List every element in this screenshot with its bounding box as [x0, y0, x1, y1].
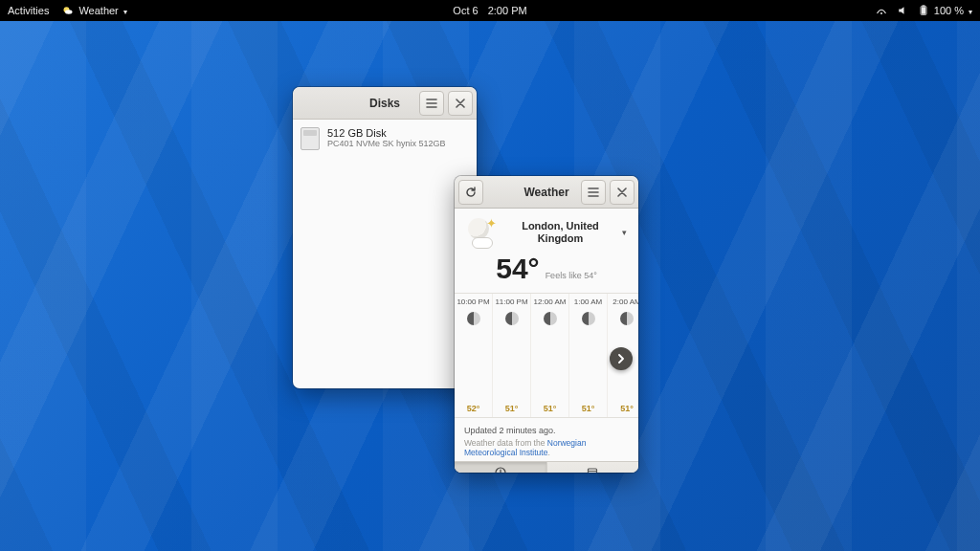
weather-headerbar[interactable]: Weather: [455, 176, 638, 209]
view-switcher: Hourly Daily: [455, 461, 638, 473]
moon-phase-icon: [544, 312, 557, 325]
weather-window: Weather ✦ London, United Kingdom ▾ 54° F…: [455, 176, 638, 473]
battery-indicator[interactable]: 100 % ▾: [918, 5, 972, 16]
hour-time: 11:00 PM: [495, 294, 527, 312]
volume-icon[interactable]: [897, 5, 908, 16]
hour-temp: 51°: [505, 404, 519, 417]
svg-point-2: [880, 12, 882, 14]
hour-time: 1:00 AM: [574, 294, 602, 312]
hourly-forecast: 10:00 PM52°11:00 PM51°12:00 AM51°1:00 AM…: [455, 293, 638, 417]
clock-icon: [495, 467, 506, 473]
hour-temp: 51°: [582, 404, 595, 417]
tab-hourly[interactable]: Hourly: [455, 462, 547, 473]
moon-phase-icon: [467, 312, 480, 325]
hour-column: 10:00 PM52°: [455, 294, 493, 417]
app-menu[interactable]: Weather ▾: [62, 5, 126, 16]
battery-icon: [918, 5, 929, 16]
hour-time: 2:00 AM: [612, 294, 638, 312]
temperature: 54°: [496, 253, 539, 285]
feels-like: Feels like 54°: [546, 271, 597, 280]
clock-date[interactable]: Oct 6: [453, 5, 478, 16]
hour-temp: 52°: [467, 404, 480, 417]
location-picker[interactable]: ▾: [622, 228, 627, 237]
hour-column: 1:00 AM51°: [569, 294, 608, 417]
updated-label: Updated 2 minutes ago.: [464, 426, 629, 435]
battery-label: 100 %: [934, 5, 964, 16]
hour-time: 10:00 PM: [457, 294, 489, 312]
tab-daily[interactable]: Daily: [547, 462, 639, 473]
hour-temp: 51°: [544, 404, 557, 417]
top-bar: Activities Weather ▾ Oct 6 2:00 PM 100 %…: [0, 0, 980, 21]
moon-phase-icon: [505, 312, 519, 325]
hour-temp: 51°: [620, 404, 634, 417]
activities-button[interactable]: Activities: [8, 5, 49, 16]
hour-column: 12:00 AM51°: [531, 294, 569, 417]
hamburger-menu-button[interactable]: [419, 91, 444, 116]
disk-row[interactable]: 512 GB Disk PC401 NVMe SK hynix 512GB: [293, 123, 477, 154]
hamburger-menu-button[interactable]: [581, 180, 606, 205]
scroll-next-button[interactable]: [610, 347, 633, 370]
close-button[interactable]: [448, 91, 473, 116]
hour-column: 11:00 PM51°: [493, 294, 531, 417]
chevron-down-icon: ▾: [123, 8, 127, 16]
disk-title: 512 GB Disk: [327, 127, 446, 139]
close-button[interactable]: [610, 180, 635, 205]
attribution-prefix: Weather data from the: [464, 438, 547, 448]
chevron-right-icon: [616, 354, 626, 364]
hamburger-icon: [588, 187, 599, 198]
close-icon: [456, 99, 465, 108]
refresh-button[interactable]: [458, 180, 483, 205]
current-conditions: ✦ London, United Kingdom ▾: [455, 209, 638, 253]
disks-list: 512 GB Disk PC401 NVMe SK hynix 512GB: [293, 120, 477, 158]
moon-phase-icon: [620, 312, 634, 325]
disk-subtitle: PC401 NVMe SK hynix 512GB: [327, 139, 446, 148]
location-name: London, United Kingdom: [506, 220, 614, 244]
svg-rect-5: [922, 5, 924, 6]
weather-app-icon: [62, 5, 74, 16]
refresh-icon: [465, 187, 477, 198]
hamburger-icon: [426, 98, 437, 109]
hour-time: 12:00 AM: [534, 294, 567, 312]
disks-window: Disks 512 GB Disk PC401 NVMe SK hynix 51…: [293, 87, 477, 388]
svg-point-1: [65, 10, 73, 14]
clock-time[interactable]: 2:00 PM: [488, 5, 527, 16]
moon-phase-icon: [582, 312, 595, 325]
calendar-icon: [587, 467, 598, 473]
condition-icon: ✦: [466, 216, 499, 249]
svg-rect-4: [922, 7, 926, 14]
attribution: Weather data from the Norwegian Meteorol…: [464, 438, 629, 457]
disks-headerbar[interactable]: Disks: [293, 87, 477, 120]
close-icon: [617, 187, 627, 197]
chevron-down-icon: ▾: [969, 8, 972, 16]
app-menu-label: Weather: [78, 5, 118, 16]
drive-icon: [301, 127, 320, 150]
network-icon[interactable]: [876, 5, 887, 16]
